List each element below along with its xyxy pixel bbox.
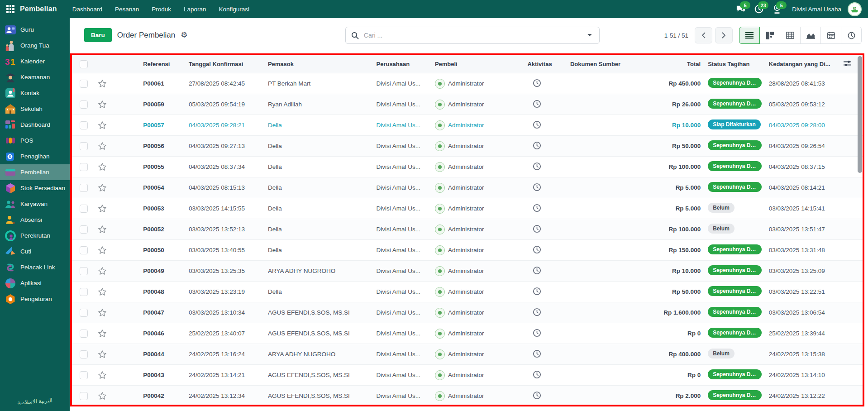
activities-icon[interactable]: 23 [752, 2, 766, 16]
activity-clock-icon[interactable] [533, 204, 541, 212]
sidebar-item-stok-persediaan[interactable]: Stok Persediaan [0, 180, 70, 196]
star-icon[interactable] [98, 329, 107, 338]
column-header-source[interactable]: Dokumen Sumber [567, 55, 632, 73]
activity-clock-icon[interactable] [533, 287, 541, 296]
table-row[interactable]: P0004224/02/2025 13:12:34AGUS EFENDI,S.S… [72, 386, 863, 406]
table-row[interactable]: P0005203/03/2025 13:52:13DellaDivisi Ama… [72, 219, 863, 240]
user-avatar[interactable] [848, 2, 862, 16]
activity-clock-icon[interactable] [533, 183, 541, 191]
search-input[interactable] [363, 31, 574, 39]
column-header-buyer[interactable]: Pembeli [431, 55, 524, 73]
table-row[interactable]: P0004903/03/2025 13:25:35ARYA ADHY NUGRO… [72, 261, 863, 282]
star-icon[interactable] [98, 121, 107, 130]
user-menu[interactable]: Divisi Amal Usaha [792, 6, 841, 13]
row-checkbox[interactable] [80, 288, 88, 296]
payments-icon[interactable]: $ 5 [770, 2, 784, 16]
row-checkbox[interactable] [80, 392, 88, 400]
column-header-company[interactable]: Perusahaan [372, 55, 431, 73]
view-button-graph[interactable] [801, 27, 821, 44]
sidebar-item-perekrutan[interactable]: Perekrutan [0, 228, 70, 244]
activity-clock-icon[interactable] [533, 141, 541, 150]
sidebar-item-kalender[interactable]: 31Kalender [0, 53, 70, 69]
sidebar-item-pelacak-link[interactable]: Pelacak Link [0, 259, 70, 275]
sidebar-item-penagihan[interactable]: $Penagihan [0, 148, 70, 164]
star-icon[interactable] [98, 350, 107, 359]
sidebar-item-pembelian[interactable]: Pembelian [0, 164, 70, 180]
sidebar-item-dashboard[interactable]: Dashboard [0, 117, 70, 133]
star-icon[interactable] [98, 308, 107, 317]
table-row[interactable]: P0005404/03/2025 08:15:13DellaDivisi Ama… [72, 177, 863, 198]
sidebar-item-cuti[interactable]: Cuti [0, 244, 70, 259]
star-icon[interactable] [98, 225, 107, 234]
view-button-list[interactable] [739, 27, 760, 44]
activity-clock-icon[interactable] [533, 245, 541, 254]
row-checkbox[interactable] [80, 309, 88, 317]
table-row[interactable]: P0005303/03/2025 14:15:55DellaDivisi Ama… [72, 198, 863, 219]
sidebar-item-sekolah[interactable]: Sekolah [0, 101, 70, 117]
column-header-vendor[interactable]: Pemasok [264, 55, 373, 73]
table-row[interactable]: P0005003/03/2025 13:40:55DellaDivisi Ama… [72, 240, 863, 261]
table-row[interactable]: P0004424/02/2025 13:16:24ARYA ADHY NUGRO… [72, 344, 863, 365]
star-icon[interactable] [98, 246, 107, 255]
activity-clock-icon[interactable] [533, 100, 541, 108]
row-checkbox[interactable] [80, 225, 88, 234]
column-header-activity[interactable]: Aktivitas [524, 55, 566, 73]
activity-clock-icon[interactable] [533, 370, 541, 379]
star-icon[interactable] [98, 100, 107, 109]
pager-next-button[interactable] [715, 27, 733, 43]
app-brand[interactable]: Pembelian [20, 5, 57, 13]
sidebar-item-pos[interactable]: POS [0, 133, 70, 148]
activity-clock-icon[interactable] [533, 329, 541, 337]
table-row[interactable]: P0005905/03/2025 09:54:19Ryan AdillahDiv… [72, 94, 863, 115]
activity-clock-icon[interactable] [533, 349, 541, 358]
sidebar-item-kontak[interactable]: Kontak [0, 85, 70, 101]
gear-icon[interactable]: ⚙ [181, 31, 187, 39]
activity-clock-icon[interactable] [533, 225, 541, 233]
column-header-ref[interactable]: Referensi [112, 55, 185, 73]
row-checkbox[interactable] [80, 142, 88, 150]
star-icon[interactable] [98, 183, 107, 192]
apps-grid-icon[interactable] [6, 5, 14, 13]
view-button-pivot[interactable] [780, 27, 801, 44]
star-icon[interactable] [98, 204, 107, 213]
search-dropdown-toggle[interactable] [580, 27, 599, 43]
table-scrollbar[interactable] [858, 56, 862, 173]
row-checkbox[interactable] [80, 121, 88, 129]
row-checkbox[interactable] [80, 246, 88, 254]
navbar-menu-item-produk[interactable]: Produk [146, 4, 176, 15]
pager-prev-button[interactable] [695, 27, 712, 43]
activity-clock-icon[interactable] [533, 391, 541, 400]
sidebar-item-keamanan[interactable]: Keamanan [0, 69, 70, 85]
messages-icon[interactable]: 5 [734, 2, 748, 16]
row-checkbox[interactable] [80, 267, 88, 275]
table-row[interactable]: P0006127/08/2025 08:42:45PT Berkah MartD… [72, 73, 863, 94]
view-button-calendar[interactable] [821, 27, 841, 44]
sidebar-item-guru[interactable]: Guru [0, 22, 70, 38]
table-row[interactable]: P0004703/03/2025 13:10:34AGUS EFENDI,S.S… [72, 302, 863, 323]
activity-clock-icon[interactable] [533, 79, 541, 87]
star-icon[interactable] [98, 79, 107, 88]
star-icon[interactable] [98, 371, 107, 380]
navbar-menu-item-pesanan[interactable]: Pesanan [110, 4, 144, 15]
table-row[interactable]: P0004803/03/2025 13:23:19DellaDivisi Ama… [72, 282, 863, 302]
row-checkbox[interactable] [80, 100, 88, 109]
star-icon[interactable] [98, 142, 107, 151]
column-header-arrival[interactable]: Kedatangan yang Di... [765, 55, 839, 73]
activity-clock-icon[interactable] [533, 266, 541, 275]
star-icon[interactable] [98, 267, 107, 276]
view-button-kanban[interactable] [760, 27, 780, 44]
column-header-status[interactable]: Status Tagihan [704, 55, 765, 73]
sidebar-item-pengaturan[interactable]: Pengaturan [0, 291, 70, 307]
row-checkbox[interactable] [80, 205, 88, 213]
row-checkbox[interactable] [80, 371, 88, 379]
table-row[interactable]: P0004324/02/2025 13:14:21AGUS EFENDI,S.S… [72, 365, 863, 386]
column-options-icon[interactable] [843, 60, 852, 67]
row-checkbox[interactable] [80, 184, 88, 192]
sidebar-item-absensi[interactable]: Absensi [0, 212, 70, 228]
star-icon[interactable] [98, 392, 107, 401]
activity-clock-icon[interactable] [533, 120, 541, 129]
sidebar-item-karyawan[interactable]: Karyawan [0, 196, 70, 212]
new-button[interactable]: Baru [84, 28, 112, 42]
navbar-menu-item-konfigurasi[interactable]: Konfigurasi [214, 4, 255, 15]
select-all-checkbox[interactable] [80, 60, 88, 68]
